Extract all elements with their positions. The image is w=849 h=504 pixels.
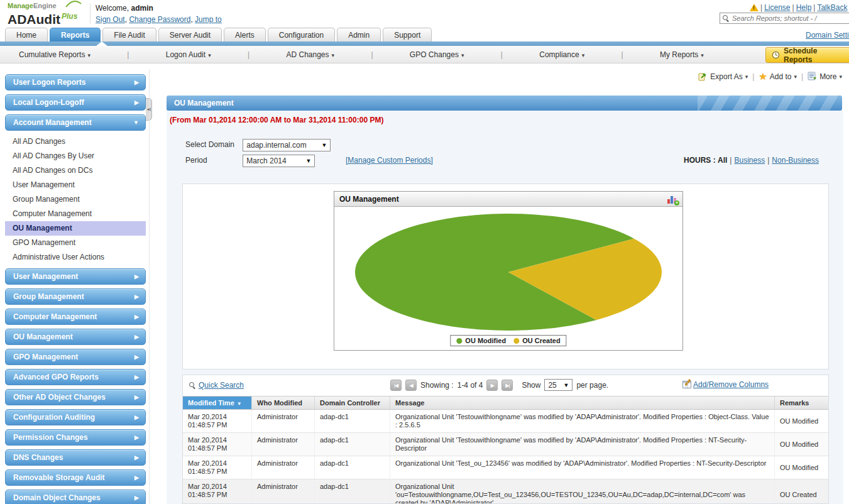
- sidebar-item-all-ad-changes-by-user[interactable]: All AD Changes By User: [5, 149, 146, 163]
- sidebar-section-configuration-auditing[interactable]: Configuration Auditing▶: [5, 409, 146, 425]
- sidebar-item-ou-management[interactable]: OU Management: [5, 221, 146, 236]
- chart-title: OU Management: [339, 195, 667, 204]
- quick-search-link[interactable]: Quick Search: [199, 381, 244, 390]
- legend-label: OU Created: [522, 337, 561, 344]
- sidebar-section-ou-management[interactable]: OU Management▶: [5, 329, 146, 345]
- link-change-password[interactable]: Change Password: [129, 15, 190, 24]
- sidebar-section-dns-changes[interactable]: DNS Changes▶: [5, 449, 146, 466]
- add-remove-columns[interactable]: Add/Remove Columns: [682, 380, 769, 389]
- sidebar-item-gpo-management[interactable]: GPO Management: [5, 236, 146, 250]
- sidebar-section-group-management[interactable]: Group Management▶: [5, 288, 146, 305]
- showing-range: 1-4 of 4: [457, 381, 483, 390]
- tab-configuration[interactable]: Configuration: [268, 28, 335, 41]
- sidebar-section-label: User Logon Reports: [6, 78, 134, 87]
- report-title: OU Management: [174, 96, 234, 111]
- sidebar-section-advanced-gpo-reports[interactable]: Advanced GPO Reports▶: [5, 369, 146, 385]
- menu-item-label: GPO Changes: [410, 50, 459, 59]
- sidebar-section-gpo-management[interactable]: GPO Management▶: [5, 349, 146, 365]
- tab-file-audit[interactable]: File Audit: [102, 28, 156, 41]
- schedule-reports-button[interactable]: Schedule Reports: [765, 47, 849, 63]
- tab-support[interactable]: Support: [383, 28, 432, 41]
- prev-page-button[interactable]: ◀: [405, 380, 417, 391]
- next-page-button[interactable]: ▶: [486, 380, 498, 391]
- quick-search[interactable]: Quick Search: [189, 381, 244, 390]
- divider: |: [767, 156, 769, 165]
- hours-option-business[interactable]: Business: [734, 156, 765, 165]
- column-header-remarks[interactable]: Remarks: [775, 397, 829, 409]
- domain-select[interactable]: adap.internal.com ▼: [243, 139, 331, 151]
- sidebar-section-label: Account Management: [6, 118, 133, 127]
- sidebar-section-computer-management[interactable]: Computer Management▶: [5, 309, 146, 325]
- link-talkback[interactable]: TalkBack: [817, 3, 847, 12]
- hours-filter: HOURS : All|Business|Non-Business: [684, 156, 819, 165]
- hours-option-all[interactable]: All: [718, 156, 727, 165]
- sidebar-section-label: Advanced GPO Reports: [6, 373, 134, 381]
- tab-alerts[interactable]: Alerts: [224, 28, 266, 41]
- page-size-select[interactable]: 25 ▼: [544, 379, 572, 391]
- link-help[interactable]: Help: [796, 3, 812, 12]
- cell-message: Organizational Unit 'Testouwithlongname'…: [390, 410, 775, 432]
- link-sign-out[interactable]: Sign Out: [96, 15, 125, 24]
- tab-home[interactable]: Home: [5, 28, 48, 41]
- column-header-who-modified[interactable]: Who Modified: [252, 397, 315, 409]
- chart-type-icon[interactable]: +: [667, 195, 677, 204]
- warning-icon[interactable]: [750, 4, 759, 11]
- sidebar-section-permission-changes[interactable]: Permission Changes▶: [5, 429, 146, 446]
- sidebar-section-user-logon-reports[interactable]: User Logon Reports▶: [5, 74, 146, 90]
- sidebar-section-account-management[interactable]: Account Management▼: [5, 114, 146, 131]
- utility-bar: |License|Help|TalkBack: [750, 3, 847, 12]
- chevron-right-icon: ▶: [134, 79, 145, 85]
- legend-item-ou-created: OU Created: [513, 337, 561, 344]
- add-remove-columns-link[interactable]: Add/Remove Columns: [693, 380, 769, 389]
- logo-swoosh: [65, 0, 82, 8]
- tab-server-audit[interactable]: Server Audit: [158, 28, 222, 41]
- divider: [90, 4, 90, 24]
- column-header-message[interactable]: Message: [390, 397, 775, 409]
- sidebar-section-domain-object-changes[interactable]: Domain Object Changes▶: [5, 490, 146, 504]
- tab-reports[interactable]: Reports: [50, 28, 101, 41]
- sidebar-sublist: All AD ChangesAll AD Changes By UserAll …: [5, 134, 146, 265]
- menu-item-logon-audit[interactable]: Logon Audit▾: [166, 50, 211, 59]
- link-jump-to[interactable]: Jump to: [195, 15, 222, 24]
- search-input[interactable]: [732, 14, 848, 22]
- menu-item-cumulative-reports[interactable]: Cumulative Reports▾: [19, 50, 90, 59]
- menu-item-gpo-changes[interactable]: GPO Changes▾: [410, 50, 464, 59]
- chevron-down-icon: ▾: [208, 52, 211, 58]
- menu-item-my-reports[interactable]: My Reports▾: [660, 50, 704, 59]
- sidebar-section-local-logon-logoff[interactable]: Local Logon-Logoff▶: [5, 94, 146, 111]
- tab-admin[interactable]: Admin: [337, 28, 381, 41]
- sidebar-item-user-management[interactable]: User Management: [5, 178, 146, 192]
- more-button[interactable]: More ▾: [808, 72, 842, 81]
- global-search-box[interactable]: [720, 13, 849, 24]
- sidebar-section-removable-storage-audit[interactable]: Removable Storage Audit▶: [5, 469, 146, 486]
- sidebar-item-all-ad-changes[interactable]: All AD Changes: [5, 134, 146, 149]
- table-body: Mar 20,2014 01:48:57 PMAdministratoradap…: [183, 410, 828, 504]
- link-license[interactable]: License: [764, 3, 790, 12]
- domain-settings-link[interactable]: Domain Settings: [806, 31, 849, 40]
- first-page-button[interactable]: |◀: [390, 380, 402, 391]
- last-page-button[interactable]: ▶|: [501, 380, 513, 391]
- column-header-domain-controller[interactable]: Domain Controller: [315, 397, 390, 409]
- manage-custom-periods-link[interactable]: [Manage Custom Periods]: [346, 156, 433, 165]
- chevron-down-icon: ▼: [564, 382, 569, 388]
- domain-select-value: adap.internal.com: [246, 141, 306, 150]
- sidebar-section-user-management[interactable]: User Management▶: [5, 268, 146, 285]
- sidebar-item-computer-management[interactable]: Computer Management: [5, 207, 146, 221]
- chevron-down-icon: ▾: [582, 52, 585, 58]
- add-to-button[interactable]: ★ Add to ▾: [759, 72, 797, 81]
- sidebar-item-group-management[interactable]: Group Management: [5, 192, 146, 207]
- sidebar-item-administrative-user-actions[interactable]: Administrative User Actions: [5, 250, 146, 265]
- chevron-down-icon: ▾: [461, 52, 464, 58]
- menu-item-compliance[interactable]: Compliance▾: [539, 50, 584, 59]
- period-select[interactable]: March 2014 ▼: [243, 155, 315, 167]
- welcome-block: Welcome, admin Sign Out, Change Password…: [96, 4, 222, 24]
- column-header-modified-time[interactable]: Modified Time▼: [183, 397, 252, 409]
- menu-item-ad-changes[interactable]: AD Changes▾: [286, 50, 334, 59]
- sidebar-section-other-ad-object-changes[interactable]: Other AD Object Changes▶: [5, 389, 146, 405]
- chevron-down-icon: ▾: [839, 74, 842, 80]
- sidebar-item-all-ad-changes-on-dcs[interactable]: All AD Changes on DCs: [5, 163, 146, 178]
- hours-option-non-business[interactable]: Non-Business: [772, 156, 819, 165]
- sidebar-section-label: Computer Management: [6, 312, 134, 321]
- export-as-button[interactable]: Export As ▾: [698, 72, 748, 81]
- export-as-label: Export As: [710, 72, 742, 81]
